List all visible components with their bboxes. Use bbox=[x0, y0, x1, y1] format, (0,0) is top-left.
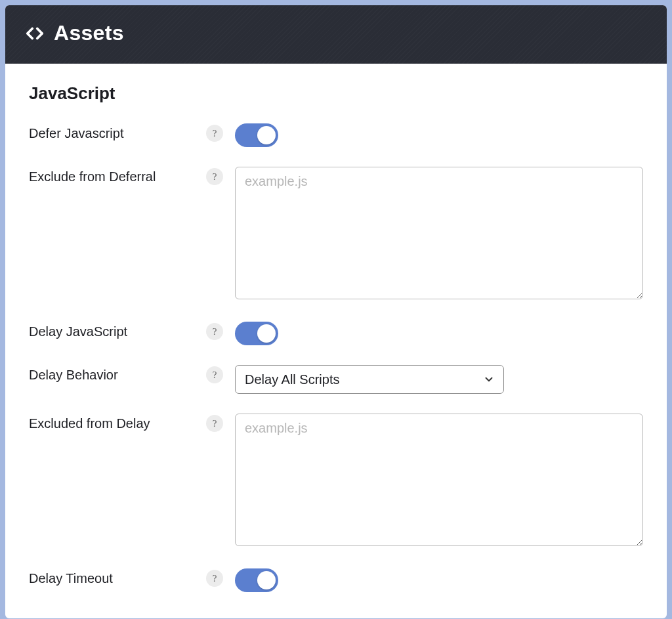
help-icon[interactable]: ? bbox=[206, 415, 223, 432]
panel-header: Assets bbox=[5, 5, 667, 64]
help-icon[interactable]: ? bbox=[206, 168, 223, 185]
row-delay-timeout: Delay Timeout ? bbox=[29, 568, 643, 592]
row-defer-javascript: Defer Javascript ? bbox=[29, 123, 643, 147]
select-delay-behavior[interactable]: Delay All Scripts bbox=[235, 365, 504, 394]
row-exclude-deferral: Exclude from Deferral ? bbox=[29, 167, 643, 302]
textarea-exclude-deferral[interactable] bbox=[235, 167, 643, 299]
label-exclude-deferral: Exclude from Deferral bbox=[29, 167, 200, 184]
toggle-delay-timeout[interactable] bbox=[235, 568, 278, 592]
section-heading: JavaScript bbox=[29, 83, 643, 104]
label-defer-javascript: Defer Javascript bbox=[29, 123, 200, 141]
label-excluded-delay: Excluded from Delay bbox=[29, 414, 200, 431]
textarea-excluded-delay[interactable] bbox=[235, 414, 643, 546]
label-delay-javascript: Delay JavaScript bbox=[29, 322, 200, 339]
code-icon bbox=[25, 24, 45, 43]
label-delay-behavior: Delay Behavior bbox=[29, 365, 200, 383]
help-icon[interactable]: ? bbox=[206, 570, 223, 587]
row-excluded-delay: Excluded from Delay ? bbox=[29, 414, 643, 549]
toggle-delay-javascript[interactable] bbox=[235, 322, 278, 345]
panel-title: Assets bbox=[54, 21, 124, 45]
label-delay-timeout: Delay Timeout bbox=[29, 568, 200, 586]
row-delay-javascript: Delay JavaScript ? bbox=[29, 322, 643, 345]
toggle-defer-javascript[interactable] bbox=[235, 123, 278, 147]
panel-body: JavaScript Defer Javascript ? Exclude fr… bbox=[5, 64, 667, 618]
help-icon[interactable]: ? bbox=[206, 125, 223, 142]
help-icon[interactable]: ? bbox=[206, 366, 223, 383]
assets-panel: Assets JavaScript Defer Javascript ? Exc… bbox=[3, 3, 669, 619]
row-delay-behavior: Delay Behavior ? Delay All Scripts bbox=[29, 365, 643, 394]
help-icon[interactable]: ? bbox=[206, 323, 223, 340]
